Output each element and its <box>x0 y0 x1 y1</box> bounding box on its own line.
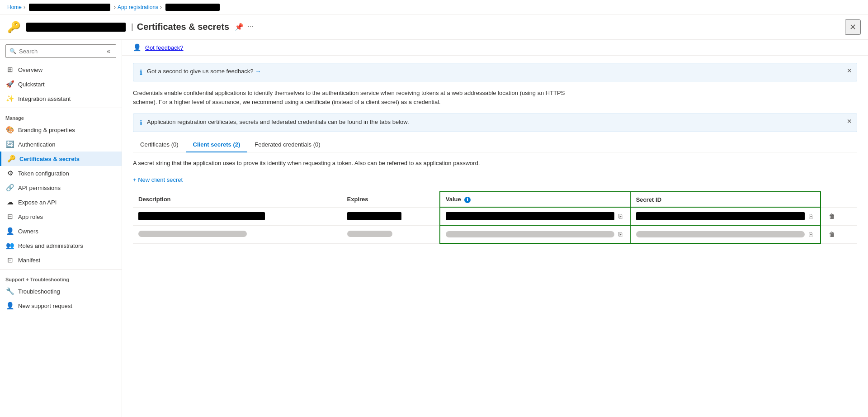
sidebar-item-overview[interactable]: ⊞ Overview <box>0 62 122 77</box>
sidebar-item-certificates[interactable]: 🔑 Certificates & secrets <box>0 152 122 166</box>
col-header-value: Value ℹ <box>440 192 630 207</box>
row2-delete-button[interactable]: 🗑 <box>826 229 837 239</box>
row1-description <box>133 207 342 225</box>
sidebar-item-owners[interactable]: 👤 Owners <box>0 224 122 238</box>
support-section-label: Support + Troubleshooting <box>0 271 122 284</box>
page-header: 🔑 | Certificates & secrets 📌 ··· ✕ <box>0 14 868 40</box>
sidebar-overview-label: Overview <box>18 66 42 73</box>
rocket-icon: 🚀 <box>5 80 14 88</box>
sidebar-owners-label: Owners <box>18 228 38 235</box>
tab-client-secrets[interactable]: Client secrets (2) <box>186 137 248 152</box>
row1-secret-id: ⎘ <box>630 207 821 225</box>
grid-icon: ⊞ <box>5 66 14 74</box>
sidebar-item-authentication[interactable]: 🔄 Authentication <box>0 137 122 152</box>
tab-certificates[interactable]: Certificates (0) <box>133 137 186 152</box>
feedback-icon: 👤 <box>133 43 142 52</box>
tab-federated[interactable]: Federated credentials (0) <box>247 137 327 152</box>
row1-expires-masked <box>347 212 401 220</box>
banner1-close-button[interactable]: ✕ <box>847 67 852 74</box>
breadcrumb-home[interactable]: Home <box>7 4 22 10</box>
banner2-text: Application registration certificates, s… <box>147 118 850 125</box>
page-title: Certificates & secrets <box>137 22 230 32</box>
row1-actions: 🗑 <box>821 207 857 225</box>
sidebar-item-roles-admins[interactable]: 👥 Roles and administrators <box>0 238 122 253</box>
sidebar-quickstart-label: Quickstart <box>18 81 45 88</box>
more-options-icon[interactable]: ··· <box>247 23 253 31</box>
row2-copy-value-button[interactable]: ⎘ <box>616 229 624 239</box>
row1-secret-id-masked <box>636 212 805 220</box>
value-info-icon[interactable]: ℹ <box>464 197 471 203</box>
sidebar: 🔍 « ⊞ Overview 🚀 Quickstart ✨ Integratio… <box>0 40 122 417</box>
sidebar-item-troubleshooting[interactable]: 🔧 Troubleshooting <box>0 284 122 299</box>
table-header-row: Description Expires Value ℹ Secret ID <box>133 192 857 207</box>
row1-description-masked <box>138 212 265 220</box>
content-inner: ℹ Got a second to give us some feedback?… <box>122 56 868 251</box>
sidebar-expose-label: Expose an API <box>18 199 57 206</box>
tabs-container: Certificates (0) Client secrets (2) Fede… <box>133 137 857 152</box>
banner2-close-button[interactable]: ✕ <box>847 118 852 125</box>
search-input[interactable] <box>19 48 105 55</box>
sidebar-token-label: Token configuration <box>18 170 69 177</box>
table-row: ⎘ ⎘ 🗑 <box>133 207 857 225</box>
row1-action-buttons: 🗑 <box>826 211 852 221</box>
sidebar-item-api-permissions[interactable]: 🔗 API permissions <box>0 180 122 195</box>
search-icon: 🔍 <box>9 48 16 54</box>
nav-divider-manage <box>0 108 122 108</box>
row2-secret-id-masked <box>636 231 805 237</box>
sidebar-item-expose-api[interactable]: ☁ Expose an API <box>0 195 122 209</box>
main-layout: 🔍 « ⊞ Overview 🚀 Quickstart ✨ Integratio… <box>0 40 868 417</box>
col-header-expires: Expires <box>342 192 440 207</box>
feedback-bar: 👤 Got feedback? <box>122 40 868 56</box>
manifest-icon: ⊡ <box>5 256 14 264</box>
banner1-link[interactable]: → <box>255 68 261 75</box>
sidebar-item-branding[interactable]: 🎨 Branding & properties <box>0 123 122 137</box>
row1-value: ⎘ <box>440 207 630 225</box>
feedback-link[interactable]: Got feedback? <box>145 44 184 51</box>
sidebar-manifest-label: Manifest <box>18 257 40 264</box>
add-client-secret-button[interactable]: + New client secret <box>133 174 183 186</box>
row2-copy-secret-button[interactable]: ⎘ <box>807 229 815 239</box>
row1-delete-button[interactable]: 🗑 <box>826 211 837 221</box>
sidebar-approles-label: App roles <box>18 213 43 220</box>
sidebar-item-app-roles[interactable]: ⊟ App roles <box>0 209 122 224</box>
sidebar-api-label: API permissions <box>18 185 61 191</box>
row1-value-masked <box>446 212 614 220</box>
info-icon-2: ℹ <box>140 119 142 127</box>
sidebar-certificates-label: Certificates & secrets <box>19 156 80 162</box>
sidebar-item-quickstart[interactable]: 🚀 Quickstart <box>0 77 122 91</box>
breadcrumb-app-registrations[interactable]: App registrations <box>118 4 158 10</box>
content-area: 👤 Got feedback? ℹ Got a second to give u… <box>122 40 868 417</box>
sidebar-item-token-config[interactable]: ⚙ Token configuration <box>0 166 122 180</box>
nav-divider-support <box>0 269 122 270</box>
col-header-secret-id: Secret ID <box>630 192 821 207</box>
row1-copy-secret-button[interactable]: ⎘ <box>807 211 815 221</box>
table-row: ⎘ ⎘ 🗑 <box>133 225 857 243</box>
sidebar-item-new-support[interactable]: 👤 New support request <box>0 299 122 313</box>
sidebar-item-integration-assistant[interactable]: ✨ Integration assistant <box>0 91 122 106</box>
branding-icon: 🎨 <box>5 126 14 134</box>
close-button[interactable]: ✕ <box>845 19 861 35</box>
feedback-banner: ℹ Got a second to give us some feedback?… <box>133 63 857 81</box>
credentials-description: Credentials enable confidential applicat… <box>133 89 567 106</box>
row2-expires-masked <box>347 231 392 237</box>
expose-icon: ☁ <box>5 198 14 206</box>
row2-action-buttons: 🗑 <box>826 229 852 239</box>
info-icon-1: ℹ <box>140 68 142 76</box>
app-name-masked <box>26 23 126 32</box>
secrets-table: Description Expires Value ℹ Secret ID <box>133 191 857 244</box>
collapse-sidebar-button[interactable]: « <box>105 47 112 56</box>
certificates-icon: 🔑 <box>7 155 16 163</box>
sidebar-search-container: 🔍 « <box>5 44 116 58</box>
sidebar-authentication-label: Authentication <box>18 141 55 148</box>
pin-icon[interactable]: 📌 <box>235 23 244 31</box>
sidebar-integration-label: Integration assistant <box>18 95 71 102</box>
sidebar-troubleshoot-label: Troubleshooting <box>18 288 60 295</box>
row1-copy-value-button[interactable]: ⎘ <box>616 211 624 221</box>
secret-description-text: A secret string that the application use… <box>133 160 857 166</box>
breadcrumb-app-name <box>29 4 110 11</box>
key-icon: 🔑 <box>7 21 21 33</box>
sidebar-item-manifest[interactable]: ⊡ Manifest <box>0 253 122 267</box>
row2-description <box>133 225 342 243</box>
authentication-icon: 🔄 <box>5 140 14 148</box>
header-actions: 📌 ··· <box>235 23 253 31</box>
